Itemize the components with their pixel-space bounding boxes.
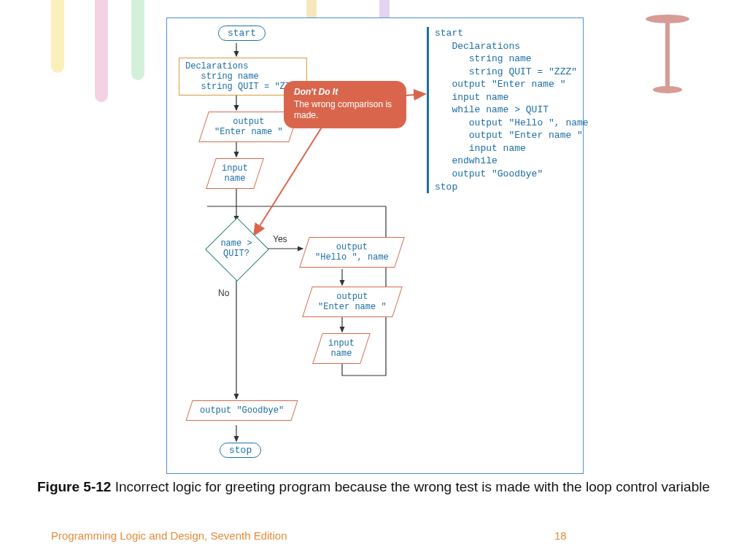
footer-page-number: 18 bbox=[554, 529, 567, 542]
io-output-goodbye: output "Goodbye" bbox=[189, 400, 295, 421]
io-output-hello: output "Hello ", name bbox=[304, 237, 400, 268]
caption-text: Incorrect logic for greeting program bec… bbox=[111, 479, 710, 494]
callout-dont-do-it: Don't Do It The wrong comparison is made… bbox=[284, 81, 406, 128]
io-label: output "Enter name " bbox=[214, 117, 283, 137]
io-label: input name bbox=[328, 338, 355, 359]
io-label: output "Enter name " bbox=[318, 292, 387, 312]
pseudocode-block: start Declarations string name string QU… bbox=[427, 27, 589, 193]
io-input-name-2: input name bbox=[317, 333, 365, 364]
callout-title: Don't Do It bbox=[294, 87, 396, 98]
figure-caption: Figure 5-12 Incorrect logic for greeting… bbox=[0, 478, 747, 497]
stop-label: stop bbox=[229, 445, 252, 456]
io-label: input name bbox=[222, 163, 248, 184]
caption-figure-number: Figure 5-12 bbox=[37, 479, 111, 494]
figure-container: start Declarations string name string QU… bbox=[166, 18, 584, 474]
decision-name-gt-quit: name > QUIT? bbox=[207, 219, 266, 278]
edge-no: No bbox=[218, 288, 229, 298]
edge-yes: Yes bbox=[273, 234, 287, 244]
terminal-stop: stop bbox=[220, 443, 261, 458]
terminal-start: start bbox=[218, 26, 266, 41]
start-label: start bbox=[228, 28, 256, 39]
io-input-name-1: input name bbox=[211, 158, 259, 189]
io-output-enter-1: output "Enter name " bbox=[204, 112, 294, 142]
decision-label: name > QUIT? bbox=[207, 238, 266, 259]
io-label: output "Goodbye" bbox=[200, 405, 284, 416]
callout-body: The wrong comparison is made. bbox=[294, 99, 396, 121]
io-label: output "Hello ", name bbox=[315, 242, 389, 262]
footer-book-title: Programming Logic and Design, Seventh Ed… bbox=[51, 529, 287, 542]
io-output-enter-2: output "Enter name " bbox=[307, 287, 398, 317]
